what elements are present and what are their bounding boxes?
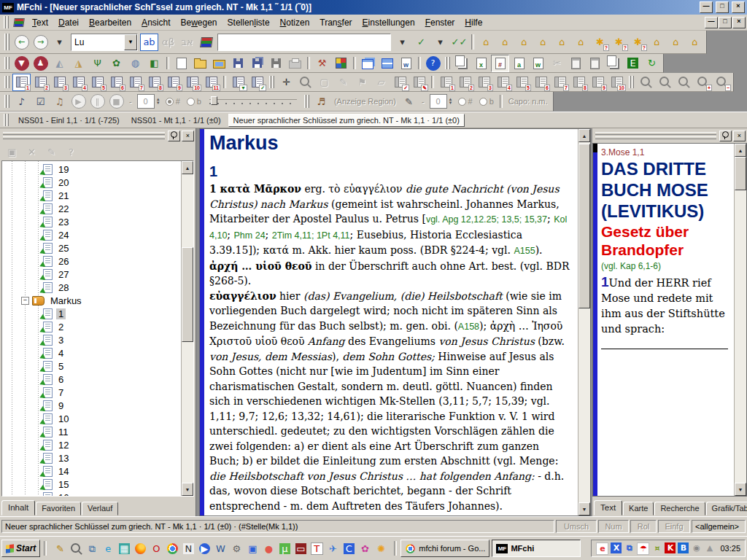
- format-export-button[interactable]: E: [624, 55, 642, 72]
- cascade-windows-button[interactable]: [359, 55, 377, 72]
- bible-scroll-thumb[interactable]: [735, 157, 746, 190]
- window-stack-icon[interactable]: ▣: [245, 541, 260, 556]
- open-button[interactable]: [191, 55, 209, 72]
- tree-expander[interactable]: −: [21, 297, 29, 305]
- comic-icon[interactable]: C: [341, 541, 356, 556]
- kaspersky-tray-icon[interactable]: K: [665, 542, 676, 553]
- user-button[interactable]: ♟: [31, 55, 50, 72]
- layout-3-button[interactable]: 3: [50, 74, 69, 91]
- tree-item-7[interactable]: 7: [2, 386, 181, 399]
- avira-tray-icon[interactable]: ☂: [637, 542, 649, 555]
- onenote-icon[interactable]: N: [181, 541, 196, 556]
- tab-text[interactable]: Text: [594, 500, 622, 516]
- opera-icon[interactable]: O: [149, 541, 163, 556]
- tree-item-3[interactable]: 3: [2, 333, 181, 346]
- home-1-button[interactable]: ⌂: [477, 34, 495, 51]
- layout-11-button[interactable]: 11: [202, 74, 220, 91]
- tree-item-4[interactable]: 4: [2, 346, 181, 359]
- search-icon[interactable]: [69, 541, 83, 556]
- export-table-button[interactable]: #: [491, 55, 509, 72]
- layout-7-button[interactable]: 7: [126, 74, 144, 91]
- reference-dropdown[interactable]: ▾: [393, 34, 411, 51]
- layout-10-button[interactable]: 10: [183, 74, 201, 91]
- tree-item-10[interactable]: 10: [2, 412, 181, 425]
- start-button[interactable]: Start: [1, 540, 40, 557]
- menu-bearbeiten[interactable]: Bearbeiten: [84, 16, 136, 29]
- tree-item-markus[interactable]: −Markus: [2, 294, 181, 307]
- home-9-button[interactable]: ⌂: [686, 34, 704, 51]
- maximize-button[interactable]: □: [716, 1, 729, 13]
- nav-history-dropdown[interactable]: ▾: [50, 34, 69, 51]
- menu-notizen[interactable]: Notizen: [275, 16, 315, 29]
- tree-item-5[interactable]: 5: [2, 359, 181, 373]
- tree-item-1[interactable]: 1: [2, 307, 181, 320]
- scroll-down-icon[interactable]: ▼: [735, 483, 746, 496]
- frontpage-icon[interactable]: ▦: [117, 541, 131, 556]
- scroll-up-icon[interactable]: ▲: [182, 161, 193, 174]
- usb-tray-icon[interactable]: ¤: [651, 542, 662, 553]
- tree-item-9[interactable]: 9: [2, 399, 181, 412]
- tab-verlauf[interactable]: Verlauf: [82, 502, 118, 516]
- layout-2-button[interactable]: 2: [31, 74, 50, 91]
- home-query-2-button[interactable]: ✱?: [610, 34, 628, 51]
- layout-4-button[interactable]: 4: [69, 74, 88, 91]
- sharp-radio[interactable]: #: [166, 97, 180, 106]
- tab-favoriten[interactable]: Favoriten: [36, 502, 81, 516]
- mdi-close-button[interactable]: ×: [732, 17, 746, 28]
- task-mfchi-forum-go-[interactable]: mfchi forum - Go...: [400, 540, 489, 557]
- layout-apply-button[interactable]: ▼: [229, 74, 247, 91]
- menu-text[interactable]: Text: [27, 16, 53, 29]
- tree-item-13[interactable]: 13: [2, 451, 181, 464]
- bible-panel-grip[interactable]: [594, 132, 718, 139]
- home-5-button[interactable]: ⌂: [553, 34, 571, 51]
- nav-back-button[interactable]: ←: [12, 34, 31, 51]
- document-tab[interactable]: NSS01 - Mt 1,1 · 1/1 (±0): [127, 114, 225, 126]
- go-options-dropdown[interactable]: ▾: [431, 34, 449, 51]
- tree-item-23[interactable]: 23: [2, 215, 181, 228]
- tab-grafik-tabelle[interactable]: Grafik/Tabelle: [706, 502, 747, 516]
- ie-icon[interactable]: e: [101, 541, 115, 556]
- ebay-tray-icon[interactable]: e: [596, 542, 608, 555]
- tree-item-20[interactable]: 20: [2, 176, 181, 189]
- home-8-button[interactable]: ⌂: [667, 34, 685, 51]
- tree-item-12[interactable]: 12: [2, 438, 181, 451]
- toolbar-grip[interactable]: [304, 95, 309, 109]
- nav-forward-button[interactable]: →: [31, 34, 50, 51]
- menu-grip[interactable]: [4, 16, 9, 28]
- menu-stellenliste[interactable]: Stellenliste: [222, 16, 275, 29]
- home-4-button[interactable]: ⌂: [534, 34, 552, 51]
- send-icon[interactable]: ✈: [325, 541, 340, 556]
- export-excel-button[interactable]: x: [472, 55, 490, 72]
- menu-einstellungen[interactable]: Einstellungen: [357, 16, 420, 29]
- tools-button[interactable]: ⚒: [313, 55, 331, 72]
- copy-button[interactable]: [453, 55, 471, 72]
- main-scroll-thumb[interactable]: [578, 144, 590, 308]
- document-tab[interactable]: NSS01 - Einl 1,1 · 1/1 (-725): [14, 114, 124, 126]
- verse-order-button[interactable]: ☑: [31, 93, 50, 110]
- tree-item-15[interactable]: 15: [2, 478, 181, 491]
- settings-icon[interactable]: ⚙: [229, 541, 244, 556]
- network-icon[interactable]: ⧉: [85, 541, 99, 556]
- reference-input[interactable]: [217, 34, 391, 51]
- chevron-down-icon[interactable]: ▼: [124, 34, 137, 50]
- music-edit-button[interactable]: ♫: [50, 93, 69, 110]
- xear-tray-icon[interactable]: X: [611, 542, 622, 553]
- home-2-button[interactable]: ⌂: [496, 34, 514, 51]
- chords-button[interactable]: ♬: [312, 93, 330, 110]
- close-button[interactable]: ×: [732, 1, 745, 13]
- tree-item-28[interactable]: 28: [2, 281, 181, 294]
- tile-windows-button[interactable]: [378, 55, 396, 72]
- toolbar-grip[interactable]: [4, 57, 9, 70]
- toolbar-grip[interactable]: [269, 76, 274, 89]
- tree-item-27[interactable]: 27: [2, 268, 181, 281]
- transpose-spinner[interactable]: 0▲▼: [137, 94, 160, 109]
- media-player-icon[interactable]: ▶: [197, 541, 212, 556]
- group-button[interactable]: ✿: [107, 55, 125, 72]
- menu-ansicht[interactable]: Ansicht: [136, 16, 175, 29]
- chrome-icon[interactable]: [165, 541, 179, 556]
- toolbar-grip[interactable]: [629, 76, 634, 89]
- tempo-slider[interactable]: [209, 96, 297, 106]
- tab-recherche[interactable]: Recherche: [654, 502, 705, 516]
- menu-transfer[interactable]: Transfer: [314, 16, 357, 29]
- eject-tray-icon[interactable]: ▲: [704, 542, 715, 553]
